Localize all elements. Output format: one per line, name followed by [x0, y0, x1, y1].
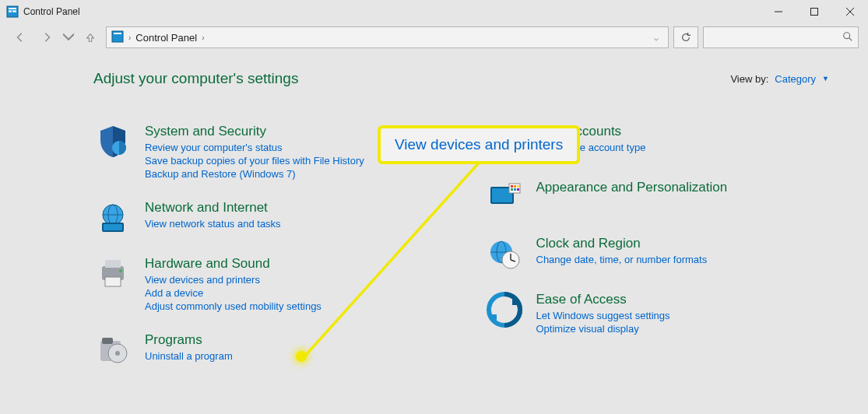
content-area: Adjust your computer's settings View by:…	[0, 51, 868, 402]
chevron-icon[interactable]: ›	[202, 33, 204, 42]
category-title[interactable]: Network and Internet	[145, 200, 281, 216]
category-title[interactable]: Appearance and Personalization	[536, 180, 728, 195]
category-title[interactable]: Hardware and Sound	[145, 256, 322, 272]
refresh-button[interactable]	[673, 26, 698, 48]
category-title[interactable]: Clock and Region	[536, 236, 708, 251]
svg-rect-9	[114, 33, 121, 34]
link-change-date-time[interactable]: Change date, time, or number formats	[536, 254, 708, 265]
forward-button[interactable]	[36, 26, 58, 48]
ease-of-access-icon	[485, 290, 524, 329]
maximize-button[interactable]	[796, 0, 832, 23]
svg-rect-32	[511, 185, 513, 188]
window-title: Control Panel	[23, 6, 80, 17]
svg-rect-36	[514, 188, 516, 191]
svg-rect-34	[517, 185, 519, 188]
globe-icon	[93, 198, 132, 237]
view-by-control[interactable]: View by: Category ▼	[730, 73, 829, 85]
appearance-icon	[485, 178, 524, 217]
programs-icon	[93, 331, 132, 370]
page-heading: Adjust your computer's settings	[93, 70, 298, 87]
view-by-value[interactable]: Category	[775, 73, 816, 85]
breadcrumb-bar[interactable]: › Control Panel › ⌵	[106, 26, 669, 48]
link-optimize-display[interactable]: Optimize visual display	[536, 323, 670, 335]
svg-rect-1	[9, 8, 16, 9]
up-button[interactable]	[79, 26, 101, 48]
svg-rect-35	[511, 188, 513, 191]
back-button[interactable]	[9, 26, 31, 48]
link-review-status[interactable]: Review your computer's status	[145, 142, 364, 153]
printer-icon	[93, 254, 132, 293]
shield-icon	[93, 122, 132, 161]
link-uninstall-program[interactable]: Uninstall a program	[145, 350, 233, 362]
category-appearance-personalization: Appearance and Personalization	[485, 178, 830, 217]
category-title[interactable]: Ease of Access	[536, 292, 670, 307]
minimize-button[interactable]	[761, 0, 796, 23]
svg-rect-18	[104, 224, 122, 230]
heading-row: Adjust your computer's settings View by:…	[93, 70, 829, 87]
link-backup-restore[interactable]: Backup and Restore (Windows 7)	[145, 168, 364, 180]
control-panel-icon	[6, 5, 19, 18]
svg-rect-20	[105, 260, 121, 268]
control-panel-window: Control Panel	[0, 0, 868, 414]
view-by-label: View by:	[730, 73, 768, 85]
link-add-device[interactable]: Add a device	[145, 287, 322, 299]
breadcrumb-item[interactable]: Control Panel	[135, 32, 197, 44]
search-input[interactable]	[703, 26, 859, 48]
chevron-down-icon: ▼	[822, 75, 829, 82]
svg-rect-21	[105, 277, 121, 286]
category-hardware-sound: Hardware and Sound View devices and prin…	[93, 254, 438, 314]
category-title[interactable]: Programs	[145, 332, 233, 348]
category-programs: Programs Uninstall a program	[93, 331, 438, 370]
category-ease-of-access: Ease of Access Let Windows suggest setti…	[485, 290, 830, 336]
svg-line-11	[849, 37, 852, 40]
link-view-devices-printers[interactable]: View devices and printers	[145, 274, 322, 286]
titlebar: Control Panel	[0, 0, 868, 23]
svg-rect-5	[811, 9, 818, 16]
chevron-icon[interactable]: ›	[128, 33, 131, 42]
category-title[interactable]: System and Security	[145, 124, 364, 139]
svg-point-25	[115, 351, 120, 356]
link-file-history[interactable]: Save backup copies of your files with Fi…	[145, 155, 364, 167]
address-dropdown[interactable]: ⌵	[649, 33, 663, 42]
callout-dot	[296, 351, 307, 362]
address-bar: › Control Panel › ⌵	[0, 23, 868, 51]
clock-icon	[485, 234, 524, 273]
svg-rect-26	[102, 338, 113, 344]
recent-locations-button[interactable]	[62, 26, 75, 48]
svg-rect-2	[9, 10, 12, 12]
category-network-internet: Network and Internet View network status…	[93, 198, 438, 237]
callout-annotation: View devices and printers	[378, 125, 580, 164]
search-icon	[842, 31, 853, 44]
close-button[interactable]	[832, 0, 868, 23]
link-suggest-settings[interactable]: Let Windows suggest settings	[536, 310, 670, 321]
svg-rect-3	[12, 10, 16, 12]
svg-rect-37	[517, 188, 519, 191]
link-network-status[interactable]: View network status and tasks	[145, 218, 281, 230]
svg-rect-33	[514, 185, 516, 188]
svg-point-10	[844, 32, 850, 38]
category-clock-region: Clock and Region Change date, time, or n…	[485, 234, 830, 273]
control-panel-breadcrumb-icon	[111, 30, 124, 45]
link-mobility-settings[interactable]: Adjust commonly used mobility settings	[145, 300, 322, 312]
svg-point-22	[119, 269, 122, 272]
